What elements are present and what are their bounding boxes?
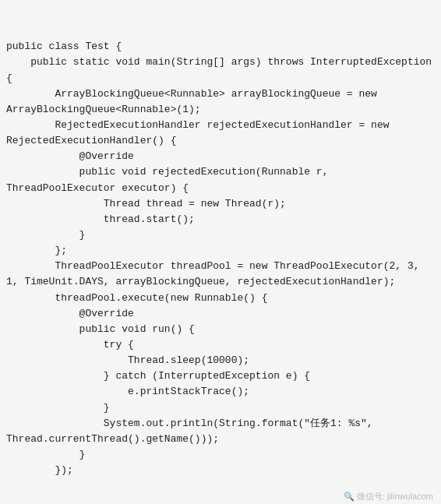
code-line: @Override: [6, 149, 435, 164]
code-line: }: [6, 447, 435, 463]
code-line: {: [6, 71, 435, 86]
code-line: });: [6, 463, 435, 478]
code-line: public void rejectedExecution(Runnable r…: [6, 164, 435, 180]
code-line: Thread.currentThread().getName()));: [6, 432, 435, 447]
code-line: try {: [6, 337, 435, 353]
code-line: public void run() {: [6, 322, 435, 337]
code-line: thread.start();: [6, 212, 435, 227]
code-line: ThreadPoolExecutor threadPool = new Thre…: [6, 259, 435, 274]
code-block: public class Test { public static void m…: [0, 0, 441, 504]
code-line: public static void main(String[] args) t…: [6, 55, 435, 70]
code-line: } catch (InterruptedException e) {: [6, 368, 435, 384]
code-line: threadPool.execute(new Runnable() {: [6, 291, 435, 306]
code-line: ArrayBlockingQueue<Runnable> arrayBlocki…: [6, 86, 435, 102]
code-line: };: [6, 243, 435, 259]
code-line: }: [6, 227, 435, 243]
code-line: ThreadPoolExecutor executor) {: [6, 181, 435, 196]
code-line: @Override: [6, 306, 435, 322]
watermark: 🔍微信号: jilinwulacom: [344, 490, 433, 503]
code-line: e.printStackTrace();: [6, 384, 435, 400]
code-line: }: [6, 400, 435, 416]
code-line: public class Test {: [6, 39, 435, 55]
code-line: Thread thread = new Thread(r);: [6, 196, 435, 212]
code-line: ArrayBlockingQueue<Runnable>(1);: [6, 102, 435, 118]
wechat-icon: 🔍: [344, 490, 355, 503]
code-line: 1, TimeUnit.DAYS, arrayBlockingQueue, re…: [6, 274, 435, 290]
code-line: RejectedExecutionHandler() {: [6, 133, 435, 149]
code-line: Thread.sleep(10000);: [6, 353, 435, 368]
code-line: RejectedExecutionHandler rejectedExecuti…: [6, 118, 435, 133]
code-line: System.out.println(String.format("任务1: %…: [6, 416, 435, 432]
